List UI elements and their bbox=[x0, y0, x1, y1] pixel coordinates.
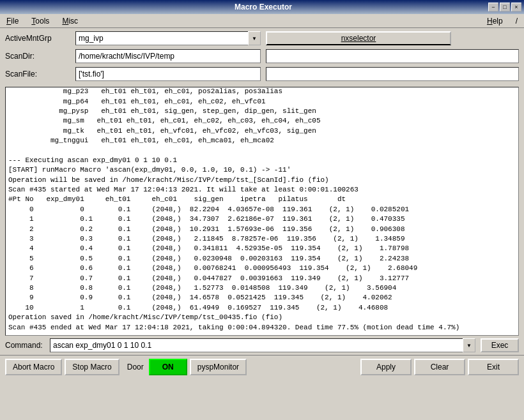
active-mnt-grp-label: ActiveMntGrp bbox=[5, 34, 75, 43]
nxselector-button[interactable]: nxselector bbox=[266, 31, 451, 45]
door-on-button[interactable]: ON bbox=[149, 359, 187, 375]
menu-slash[interactable]: / bbox=[512, 15, 521, 27]
window-title: Macro Executor bbox=[38, 3, 488, 11]
maximize-button[interactable]: □ bbox=[500, 3, 510, 11]
pyspy-monitor-button[interactable]: pyspMonitor bbox=[190, 359, 247, 375]
bottom-bar: Abort Macro Stop Macro Door ON pyspMonit… bbox=[0, 355, 524, 378]
scan-dir-label: ScanDir: bbox=[5, 52, 75, 61]
menu-file[interactable]: File bbox=[3, 15, 22, 27]
close-button[interactable]: × bbox=[511, 3, 521, 11]
command-label: Command: bbox=[5, 341, 50, 350]
output-text: k_position, l_position * mg_ivp eh_t01 e… bbox=[6, 87, 518, 335]
exec-button[interactable]: Exec bbox=[481, 338, 519, 352]
active-mnt-grp-select[interactable]: mg_ivp bbox=[75, 31, 261, 45]
output-area: k_position, l_position * mg_ivp eh_t01 e… bbox=[5, 87, 519, 336]
command-select[interactable]: ascan exp_dmy01 0 1 10 0.1 bbox=[50, 338, 475, 352]
scan-file-label: ScanFile: bbox=[5, 70, 75, 79]
command-area: Command: ascan exp_dmy01 0 1 10 0.1 ▼ Ex… bbox=[0, 336, 524, 355]
scan-dir-input[interactable] bbox=[75, 49, 261, 63]
command-select-wrapper: ascan exp_dmy01 0 1 10 0.1 ▼ bbox=[50, 338, 475, 352]
apply-button[interactable]: Apply bbox=[360, 359, 412, 375]
menu-help[interactable]: Help bbox=[483, 15, 507, 27]
menu-tools[interactable]: Tools bbox=[27, 15, 53, 27]
active-mnt-grp-arrow[interactable]: ▼ bbox=[248, 31, 261, 45]
stop-macro-button[interactable]: Stop Macro bbox=[65, 359, 119, 375]
minimize-button[interactable]: − bbox=[488, 3, 498, 11]
form-area: ActiveMntGrp mg_ivp ▼ nxselector ScanDir… bbox=[0, 28, 524, 87]
title-bar: Macro Executor − □ × bbox=[0, 0, 524, 14]
door-label: Door bbox=[127, 363, 144, 371]
menu-misc[interactable]: Misc bbox=[58, 15, 82, 27]
active-mnt-grp-select-wrapper: mg_ivp ▼ bbox=[75, 31, 261, 45]
scan-dir-extra-input[interactable] bbox=[266, 49, 519, 63]
scan-file-input[interactable] bbox=[75, 67, 261, 81]
scan-file-extra-input[interactable] bbox=[266, 67, 519, 81]
abort-macro-button[interactable]: Abort Macro bbox=[5, 359, 62, 375]
exit-button[interactable]: Exit bbox=[468, 359, 519, 375]
menu-bar: File Tools Misc Help / bbox=[0, 14, 524, 28]
clear-button[interactable]: Clear bbox=[414, 359, 465, 375]
